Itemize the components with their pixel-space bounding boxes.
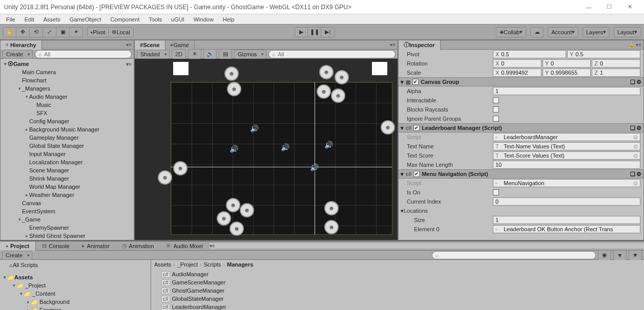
text-name-ref[interactable]: TText-Name Values (Text)⊙ <box>493 142 640 150</box>
help-icon[interactable]: ❏ <box>630 79 635 85</box>
collab-dropdown[interactable]: ◈ Collab ▾ <box>496 27 526 37</box>
ghost-sprite[interactable] <box>317 84 331 99</box>
pivot-x[interactable]: X <box>493 50 566 58</box>
project-file[interactable]: c# GameSceneManager <box>151 278 644 286</box>
project-search[interactable] <box>432 251 596 259</box>
filter-type[interactable]: ▼ <box>613 250 627 260</box>
ghost-sprite[interactable] <box>230 222 244 236</box>
ignore-parent-checkbox[interactable] <box>493 116 499 122</box>
tab-console[interactable]: ⊟ Console <box>36 241 75 251</box>
minimize-button[interactable]: — <box>578 2 599 13</box>
scene-options[interactable]: ▾≡ <box>390 42 396 48</box>
settings-icon[interactable]: ⚙ <box>636 79 641 85</box>
hierarchy-item[interactable]: Music <box>1 101 134 109</box>
step-button[interactable]: ▶| <box>321 27 335 37</box>
scene-viewport[interactable]: 🔊 🔊 🔊 🔊 🔊 <box>135 59 398 240</box>
hierarchy-item[interactable]: EnemySpawner <box>1 224 134 232</box>
help-icon[interactable]: ❏ <box>630 125 635 131</box>
tab-audio-mixer[interactable]: ⊪ Audio Mixer <box>160 241 210 251</box>
menu-file[interactable]: File <box>2 15 19 24</box>
menu-edit[interactable]: Edit <box>20 15 38 24</box>
project-folder[interactable]: ▸📁 Enemies <box>0 306 151 310</box>
component-canvas-group[interactable]: ▾▦ Canvas Group ❏ ⚙ <box>399 77 643 86</box>
rotation-z[interactable]: Z <box>592 59 640 68</box>
hierarchy-item[interactable]: Shrink Manager <box>1 174 134 183</box>
account-dropdown[interactable]: Account ▾ <box>548 27 578 37</box>
transform-tool[interactable]: ✦ <box>70 27 83 37</box>
save-search[interactable]: ★ <box>629 250 642 260</box>
hierarchy-item[interactable]: ▾_Managers <box>1 84 134 93</box>
ghost-sprite[interactable] <box>324 201 339 215</box>
rotation-x[interactable]: X <box>493 59 542 68</box>
local-toggle[interactable]: ⊕ Local <box>109 27 133 37</box>
settings-icon[interactable]: ⚙ <box>636 171 641 178</box>
project-folder[interactable]: ▸📁 Background <box>0 298 151 306</box>
hierarchy-create-dropdown[interactable]: Create <box>3 50 33 59</box>
rect-tool[interactable]: ▣ <box>56 27 70 37</box>
gizmos-dropdown[interactable]: Gizmos <box>234 50 266 59</box>
hierarchy-item[interactable]: Config Manager <box>1 117 134 125</box>
crumb[interactable]: Scripts <box>204 261 221 268</box>
menu-nav-enabled[interactable] <box>413 171 420 177</box>
canvas-group-enabled[interactable] <box>412 79 419 85</box>
hierarchy-search[interactable] <box>35 50 132 58</box>
menu-tools[interactable]: Tools <box>144 15 166 24</box>
scene-search[interactable] <box>268 50 396 58</box>
scale-y[interactable]: Y <box>543 69 591 77</box>
panel-options[interactable]: ▾≡ <box>210 243 642 249</box>
hierarchy-item[interactable]: Main Camera <box>1 68 134 76</box>
project-create-dropdown[interactable]: Create <box>2 251 32 260</box>
2d-toggle[interactable]: 2D <box>172 49 186 59</box>
project-folder[interactable]: ▾📁 _Content <box>0 290 151 298</box>
menu-assets[interactable]: Assets <box>39 15 65 24</box>
hierarchy-item[interactable]: Scene Manager <box>1 166 134 174</box>
hierarchy-item[interactable]: Input Manager <box>1 150 134 158</box>
component-leaderboard-manager[interactable]: ▾c# Leaderboard Manager (Script) ❏ ⚙ <box>399 123 643 132</box>
hierarchy-search-input[interactable] <box>44 51 128 57</box>
hierarchy-item[interactable]: Localization Manager <box>1 158 134 166</box>
fx-toggle[interactable]: ▤ <box>219 49 232 59</box>
locations-size-field[interactable] <box>493 216 640 224</box>
ghost-sprite[interactable] <box>240 203 254 217</box>
layout-dropdown[interactable]: Layout ▾ <box>614 27 641 37</box>
alpha-field[interactable] <box>493 87 640 95</box>
element-0-ref[interactable]: ▫Leaderboard OK Button Anchor (Rect Tran… <box>493 225 640 233</box>
ghost-sprite[interactable] <box>335 70 349 84</box>
blocks-raycasts-checkbox[interactable] <box>493 106 499 113</box>
hierarchy-tab[interactable]: ≡ Hierarchy <box>1 40 42 50</box>
help-icon[interactable]: ❏ <box>630 171 635 178</box>
project-file[interactable]: c# GlobalStateManager <box>151 295 644 303</box>
hierarchy-item[interactable]: ▾_Game <box>1 215 134 224</box>
interactable-checkbox[interactable] <box>493 97 499 103</box>
scale-x[interactable]: X <box>493 69 542 77</box>
ghost-sprite[interactable] <box>331 88 345 103</box>
audio-toggle[interactable]: 🔊 <box>203 49 217 59</box>
tree-assets[interactable]: ▾📁 Assets <box>0 273 151 281</box>
ghost-sprite[interactable] <box>173 161 188 175</box>
layers-dropdown[interactable]: Layers ▾ <box>583 27 610 37</box>
ghost-sprite[interactable] <box>217 211 231 226</box>
lighting-toggle[interactable]: ☀ <box>188 49 201 59</box>
hand-tool[interactable]: ✋ <box>3 27 16 37</box>
menu-ugui[interactable]: uGUI <box>167 15 189 24</box>
hierarchy-item[interactable]: ▸Weather Manager <box>1 191 134 199</box>
ghost-sprite[interactable] <box>224 67 239 81</box>
shaded-dropdown[interactable]: Shaded <box>137 50 170 59</box>
hierarchy-item[interactable]: Gameplay Manager <box>1 134 134 142</box>
ghost-sprite[interactable] <box>381 120 395 135</box>
menu-help[interactable]: Help <box>219 15 239 24</box>
text-score-ref[interactable]: TText-Score Values (Text)⊙ <box>493 151 640 160</box>
settings-icon[interactable]: ⚙ <box>636 125 641 131</box>
game-tab[interactable]: ▸ Game <box>165 40 195 50</box>
tab-animation[interactable]: ◷ Animation <box>116 241 160 251</box>
hierarchy-item[interactable]: SFX <box>1 109 134 117</box>
inspector-options[interactable]: ▾≡ <box>636 42 641 48</box>
scene-tab[interactable]: # Scene <box>135 40 165 50</box>
play-button[interactable]: ▶ <box>295 27 308 37</box>
ghost-sprite[interactable] <box>158 170 172 185</box>
script-ref[interactable]: ▫MenuNavigation⊙ <box>493 179 640 187</box>
tree-all-scripts[interactable]: ⌕ All Scripts <box>0 261 151 269</box>
hierarchy-scene-row[interactable]: ▾⦿ Game▾≡ <box>1 60 134 68</box>
hierarchy-add-button[interactable]: ▾≡ <box>126 42 132 48</box>
ghost-sprite[interactable] <box>227 82 241 96</box>
